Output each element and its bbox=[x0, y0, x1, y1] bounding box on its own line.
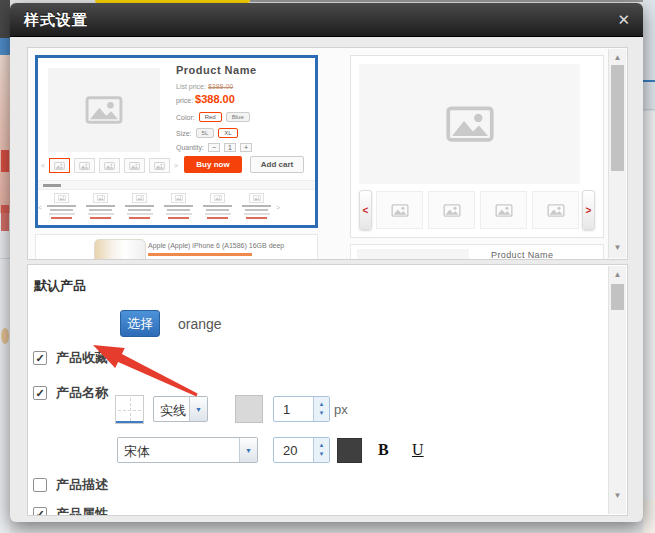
preview-list-price: List price: $388.00 bbox=[176, 83, 233, 90]
template-card-detail[interactable]: Product Name List price: $388.00 bbox=[350, 244, 604, 260]
form-scrollbar[interactable]: ▲ ▼ bbox=[608, 266, 626, 514]
background-banner-image bbox=[0, 55, 10, 213]
background-top-edge bbox=[250, 0, 655, 2]
checkbox-checked[interactable]: ✓ bbox=[33, 386, 47, 400]
gallery-thumbnail bbox=[376, 191, 423, 229]
border-width-stepper[interactable]: 1 ▲ ▼ bbox=[273, 396, 330, 422]
scroll-down-icon[interactable]: ▼ bbox=[609, 491, 626, 500]
selected-product-value: orange bbox=[178, 316, 222, 332]
thumbnail bbox=[124, 158, 145, 173]
scrollbar-thumb[interactable] bbox=[611, 65, 624, 171]
thumb-next-icon: > bbox=[174, 162, 178, 169]
font-color-swatch[interactable] bbox=[337, 438, 362, 463]
background-blue-line bbox=[643, 80, 655, 82]
checkbox-row-product-name[interactable]: ✓ 产品名称 bbox=[33, 384, 108, 402]
carousel-next-icon: > bbox=[582, 190, 595, 230]
preview-size-row: Size: 5L XL bbox=[176, 128, 238, 138]
background-content-area bbox=[643, 111, 655, 500]
dialog-title: 样式设置 bbox=[24, 11, 88, 30]
preview-color-row: Color: Red Blue bbox=[176, 112, 250, 122]
thumbnail bbox=[99, 158, 120, 173]
spin-up-icon[interactable]: ▲ bbox=[319, 400, 325, 409]
related-product-card bbox=[199, 192, 236, 223]
spin-up-icon[interactable]: ▲ bbox=[319, 441, 325, 450]
stepper-arrows[interactable]: ▲ ▼ bbox=[313, 438, 329, 462]
border-bottom-selected bbox=[116, 421, 143, 423]
spin-down-icon[interactable]: ▼ bbox=[319, 450, 325, 459]
thumbnail-selected bbox=[49, 158, 70, 173]
bold-toggle[interactable]: B bbox=[378, 441, 389, 459]
border-style-dropdown[interactable]: 实线 ▼ bbox=[153, 396, 208, 422]
checkbox-row-product-attributes[interactable]: ✓ 产品属性 bbox=[33, 505, 108, 516]
background-content-area bbox=[643, 500, 655, 533]
checkbox-row-product-description[interactable]: 产品描述 bbox=[33, 476, 108, 494]
background-page-left-strip bbox=[0, 0, 10, 533]
gallery-image-placeholder bbox=[359, 64, 580, 184]
background-divider bbox=[0, 258, 10, 259]
template-card-product-detail-selected[interactable]: Product Name List price: $388.00 price: … bbox=[35, 55, 318, 228]
page: 样式设置 ✕ Product Name List price: $388.00 … bbox=[0, 0, 655, 533]
px-unit-label: px bbox=[334, 402, 348, 417]
gallery-thumbnail bbox=[428, 191, 475, 229]
chevron-down-icon[interactable]: ▼ bbox=[239, 438, 257, 462]
iphone-product-title: Apple (Apple) iPhone 6 (A1586) 16GB deep bbox=[148, 242, 284, 249]
preview-product-name: Product Name bbox=[176, 64, 257, 76]
related-product-card bbox=[43, 192, 80, 223]
stepper-arrows[interactable]: ▲ ▼ bbox=[313, 397, 329, 421]
thumbnail bbox=[74, 158, 95, 173]
related-products-row: < bbox=[38, 192, 315, 223]
preview-scrollbar[interactable]: ▲ ▼ bbox=[608, 49, 626, 258]
product-image-placeholder bbox=[48, 68, 160, 152]
default-product-label: 默认产品 bbox=[34, 277, 86, 295]
chevron-down-icon[interactable]: ▼ bbox=[189, 397, 207, 421]
background-red-mark bbox=[1, 205, 9, 231]
scrollbar-thumb[interactable] bbox=[611, 284, 624, 310]
iphone-product-image bbox=[94, 239, 146, 260]
quantity-value: 1 bbox=[224, 143, 236, 152]
preview-price: price: $388.00 bbox=[176, 93, 235, 105]
close-icon[interactable]: ✕ bbox=[617, 11, 630, 29]
text-placeholder bbox=[148, 253, 252, 256]
quantity-minus: − bbox=[208, 143, 220, 152]
color-option-red: Red bbox=[199, 112, 222, 122]
carousel-next-icon: > bbox=[276, 204, 280, 211]
related-product-card bbox=[82, 192, 119, 223]
background-thumbnail bbox=[1, 328, 9, 344]
border-side-picker[interactable] bbox=[115, 395, 144, 424]
product-image-placeholder bbox=[357, 249, 469, 260]
template-card-gallery[interactable]: < > bbox=[350, 55, 604, 238]
style-settings-dialog: 样式设置 ✕ Product Name List price: $388.00 … bbox=[10, 3, 643, 522]
picture-icon bbox=[446, 106, 494, 142]
background-blue-band bbox=[0, 38, 10, 55]
dialog-header: 样式设置 ✕ bbox=[10, 3, 643, 37]
related-products-header bbox=[38, 180, 315, 190]
related-product-card bbox=[121, 192, 158, 223]
scroll-up-icon[interactable]: ▲ bbox=[609, 270, 626, 279]
font-size-stepper[interactable]: 20 ▲ ▼ bbox=[273, 437, 330, 463]
gallery-thumbnail bbox=[480, 191, 527, 229]
thumbnail bbox=[149, 158, 170, 173]
spin-down-icon[interactable]: ▼ bbox=[319, 409, 325, 418]
font-family-dropdown[interactable]: 宋体 ▼ bbox=[117, 437, 258, 463]
size-option-xl: XL bbox=[218, 128, 237, 138]
related-product-card bbox=[238, 192, 275, 223]
picture-icon bbox=[85, 96, 123, 124]
template-card-iphone[interactable]: Apple (Apple) iPhone 6 (A1586) 16GB deep bbox=[35, 234, 318, 260]
border-color-swatch[interactable] bbox=[235, 395, 263, 423]
underline-toggle[interactable]: U bbox=[412, 441, 424, 459]
preview-quantity-row: Quantity: − 1 + bbox=[176, 143, 252, 152]
scroll-down-icon[interactable]: ▼ bbox=[609, 243, 626, 252]
carousel-prev-icon: < bbox=[359, 190, 372, 230]
checkbox-checked[interactable]: ✓ bbox=[33, 507, 47, 516]
select-product-button[interactable]: 选择 bbox=[120, 310, 160, 337]
color-option-blue: Blue bbox=[226, 112, 250, 122]
related-product-card bbox=[160, 192, 197, 223]
background-shadow bbox=[0, 0, 10, 38]
checkbox-unchecked[interactable] bbox=[33, 478, 47, 492]
background-red-mark bbox=[1, 150, 9, 172]
gallery-carousel: < > bbox=[359, 190, 595, 230]
checkbox-checked[interactable]: ✓ bbox=[33, 351, 47, 365]
scroll-up-icon[interactable]: ▲ bbox=[609, 53, 626, 62]
checkbox-row-product-favorite[interactable]: ✓ 产品收藏 bbox=[33, 349, 108, 367]
quantity-plus: + bbox=[240, 143, 252, 152]
